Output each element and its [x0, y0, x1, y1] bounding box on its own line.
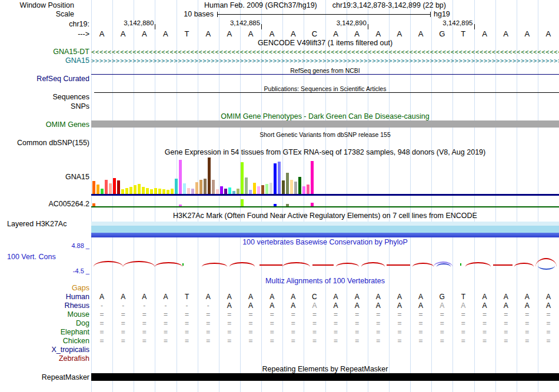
align-cell: A	[495, 301, 517, 310]
align-cell: A	[495, 293, 517, 301]
align-cell: A	[91, 293, 112, 301]
align-cell: =	[240, 337, 261, 346]
phylop-line	[387, 264, 410, 266]
phylop-arc	[282, 262, 310, 267]
align-cell: A	[261, 301, 282, 310]
align-cell: A	[304, 301, 325, 310]
align-cell: =	[219, 337, 240, 346]
repeatmasker-bar[interactable]	[91, 373, 559, 381]
align-cell: A	[474, 301, 495, 310]
align-cell: =	[155, 328, 176, 337]
align-cell: =	[219, 319, 240, 328]
align-cell: A	[517, 293, 538, 301]
align-cell: A	[368, 301, 389, 310]
align-cell: A	[452, 301, 474, 310]
align-cell: A	[368, 293, 389, 301]
align-cell: =	[325, 310, 347, 319]
align-cell: =	[538, 319, 559, 328]
align-cell: =	[410, 337, 431, 346]
phylop-arc	[336, 263, 360, 267]
align-cell: A	[155, 293, 176, 301]
align-cell: =	[304, 337, 325, 346]
align-cell: =	[347, 328, 368, 337]
align-row-mouse: ======================	[0, 310, 559, 319]
align-cell: G	[431, 293, 452, 301]
align-cell: A	[410, 293, 431, 301]
genome-browser-view: Window Position Human Feb. 2009 (GRCh37/…	[0, 0, 559, 392]
align-cell: -	[198, 301, 219, 310]
phylop-arc	[229, 262, 255, 267]
align-cell: A	[410, 301, 431, 310]
phylop-arc	[202, 263, 227, 267]
align-cell: =	[91, 328, 112, 337]
align-cell: =	[452, 328, 474, 337]
align-cell: A	[134, 293, 155, 301]
align-cell: A	[347, 301, 368, 310]
align-cell: -	[177, 301, 198, 310]
align-cell: =	[389, 310, 410, 319]
align-cell: =	[304, 310, 325, 319]
align-cell: A	[538, 293, 559, 301]
align-cell: =	[155, 337, 176, 346]
align-cell: -	[91, 301, 112, 310]
align-cell: =	[134, 310, 155, 319]
phylop-arc	[155, 262, 182, 267]
align-cell: =	[431, 319, 452, 328]
align-cell: =	[261, 328, 282, 337]
align-cell: =	[495, 328, 517, 337]
align-cell: =	[517, 328, 538, 337]
phylop-arc	[437, 263, 451, 267]
align-cell: =	[410, 310, 431, 319]
align-cell: =	[410, 328, 431, 337]
align-cell: A	[112, 293, 134, 301]
align-cell: =	[219, 310, 240, 319]
phylop-arc	[465, 262, 491, 267]
align-cell: =	[198, 337, 219, 346]
align-cell: A	[517, 301, 538, 310]
align-cell: -	[155, 301, 176, 310]
align-cell: T	[177, 293, 198, 301]
align-cell: A	[431, 301, 452, 310]
align-cell: =	[91, 337, 112, 346]
align-cell: A	[389, 301, 410, 310]
align-cell: =	[474, 310, 495, 319]
align-cell: =	[452, 337, 474, 346]
align-cell: =	[134, 328, 155, 337]
align-cell: =	[240, 310, 261, 319]
align-cell: =	[538, 310, 559, 319]
align-cell: C	[304, 293, 325, 301]
align-cell: =	[389, 328, 410, 337]
align-cell: =	[91, 310, 112, 319]
align-cell: =	[304, 319, 325, 328]
align-cell: =	[538, 328, 559, 337]
align-cell: =	[261, 337, 282, 346]
align-cell: =	[198, 310, 219, 319]
align-cell: =	[325, 319, 347, 328]
align-cell: =	[389, 319, 410, 328]
align-cell: =	[325, 328, 347, 337]
align-cell: =	[198, 319, 219, 328]
phylop-arc	[361, 262, 385, 267]
align-cell: =	[198, 328, 219, 337]
align-row-chicken: ======================	[0, 337, 559, 346]
align-row-x-tropicalis	[0, 346, 559, 354]
align-cell: -	[134, 301, 155, 310]
align-cell: =	[368, 310, 389, 319]
phylop-arc	[123, 261, 155, 267]
align-cell: =	[240, 328, 261, 337]
align-cell: =	[368, 319, 389, 328]
align-cell: =	[112, 337, 134, 346]
track-label-repeatmasker[interactable]: RepeatMasker	[0, 373, 89, 381]
align-cell: =	[389, 337, 410, 346]
align-cell: =	[261, 319, 282, 328]
align-cell: =	[538, 337, 559, 346]
align-cell: A	[282, 301, 304, 310]
align-cell: =	[177, 319, 198, 328]
align-cell: =	[91, 319, 112, 328]
align-cell: =	[134, 319, 155, 328]
align-cell: A	[198, 293, 219, 301]
align-cell: =	[431, 337, 452, 346]
align-cell: A	[240, 293, 261, 301]
align-cell: =	[325, 337, 347, 346]
align-cell: =	[155, 319, 176, 328]
